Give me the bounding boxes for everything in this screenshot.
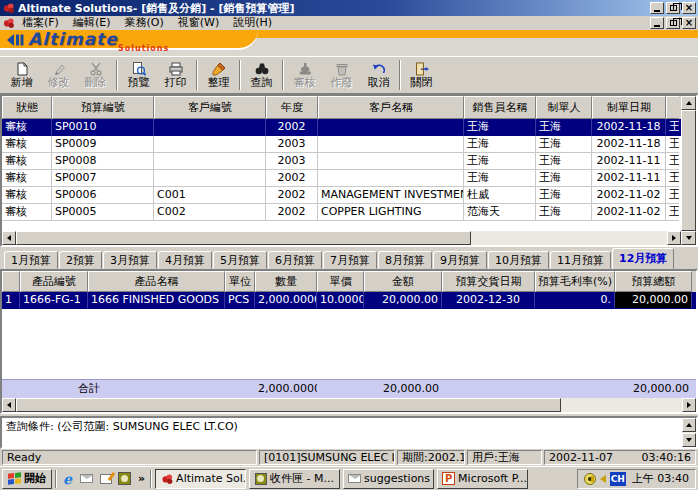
column-header-margin: 預算毛利率(%) [535,271,615,292]
tab-month-11[interactable]: 11月預算 [550,251,611,269]
scroll-left-button[interactable] [2,231,16,245]
scroll-left-button[interactable] [2,398,16,412]
taskbar-item-suggestions[interactable]: suggestions ... [343,469,434,489]
table-row[interactable]: 審核SP00072002王海王海2002-11-11王 [2,170,681,187]
scroll-right-button[interactable] [682,398,696,412]
tab-month-1[interactable]: 1月預算 [4,251,58,269]
tab-month-12[interactable]: 12月預算 [612,248,674,269]
table-row[interactable]: 審核SP00092003王海王海2002-11-18王 [2,136,681,153]
totals-amount: 20,000.00 [364,380,442,398]
outlook-icon[interactable] [117,471,132,486]
scroll-up-button[interactable] [682,418,696,432]
table-row[interactable]: 1 1666-FG-1 1666 FINISHED GOODS PCS 2,00… [2,292,696,309]
mdi-child-icon[interactable] [2,17,15,29]
scroll-down-button[interactable] [682,433,696,447]
brand-banner: Altimate Solutions [0,30,698,56]
app-logo-icon [2,2,15,14]
table-row[interactable]: 審核SP0006C0012002MANAGEMENT INVESTMENT & … [2,187,681,204]
master-vertical-scrollbar[interactable] [681,96,696,245]
tab-month-7[interactable]: 7月預算 [323,251,377,269]
outlook-express-icon[interactable] [79,471,94,486]
table-row[interactable]: 審核SP00082003王海王海2002-11-11王 [2,153,681,170]
menu-file[interactable]: 檔案(F) [15,16,66,30]
minimize-button[interactable] [650,2,664,14]
master-horizontal-scrollbar[interactable] [2,231,681,245]
column-header-unit: 單位 [225,271,255,292]
child-close-button[interactable]: × [682,17,696,29]
tab-month-8[interactable]: 8月預算 [378,251,432,269]
quick-launch-more-button[interactable]: » [136,472,147,485]
focused-cell[interactable]: 20,000.00 [615,292,692,309]
column-header-amount: 金額 [364,271,442,292]
preview-button[interactable]: 預覽 [120,58,157,92]
menu-help[interactable]: 說明(H) [226,16,279,30]
input-language-badge[interactable]: CH [610,472,626,486]
sound-wave-icon[interactable] [584,473,596,485]
volume-icon[interactable] [600,475,606,483]
trash-icon [335,62,349,76]
query-button[interactable]: 查詢 [243,58,280,92]
child-minimize-button[interactable] [650,17,664,29]
tab-month-5[interactable]: 5月預算 [213,251,267,269]
start-button[interactable]: 開始 [2,469,52,489]
cancel-button[interactable]: 取消 [360,58,397,92]
altimate-icon [160,472,173,485]
status-time: 03:40:16 [642,451,691,464]
query-condition-panel: 查詢條件: (公司范圍: SUMSUNG ELEC LT.CO) [0,416,698,449]
detail-header: 產品編號 產品名稱 單位 數量 單價 金額 預算交貨日期 預算毛利率(%) 預算… [2,271,696,292]
clock[interactable]: 上午 03:40 [630,471,689,486]
title-bar: Altimate Solutions- [銷售及分銷] - [銷售預算管理] × [0,0,698,16]
scroll-up-button[interactable] [681,96,696,110]
tab-month-2[interactable]: 2預算 [59,251,102,269]
print-button[interactable]: 打印 [157,58,194,92]
scrollbar-thumb[interactable] [16,231,471,245]
column-header-product-no: 產品編號 [20,271,88,292]
taskbar: 開始 e » Altimate Sol... 收件匣 - M... sugges… [0,466,698,490]
status-user: 用戶:王海 [467,450,542,465]
scrollbar-thumb[interactable] [681,110,696,231]
taskbar-item-inbox[interactable]: 收件匣 - M... [249,469,340,489]
internet-explorer-icon[interactable]: e [60,471,75,486]
close-button[interactable]: × [682,2,696,14]
toolbar-separator [282,60,284,90]
tab-month-4[interactable]: 4月預算 [158,251,212,269]
toolbar: 新增 修改 刪除 預覽 打印 整理 查詢 [0,56,698,94]
table-row[interactable]: 審核SP00102002王海王海2002-11-18王 [2,119,681,136]
tab-month-6[interactable]: 6月預算 [268,251,322,269]
column-header-price: 單價 [317,271,364,292]
column-header-preparer: 制單人 [536,96,592,119]
close-window-button[interactable]: 關閉 [403,58,440,92]
status-date: 2002-11-07 [549,451,613,464]
restore-button[interactable] [666,2,680,14]
mail-icon [348,472,361,485]
query-scrollbar[interactable] [682,418,696,447]
brand-name: Altimate [28,30,118,49]
windows-flag-icon [8,472,21,484]
tab-month-9[interactable]: 9月預算 [433,251,487,269]
scrollbar-thumb[interactable] [16,398,561,412]
show-desktop-icon[interactable] [98,471,113,486]
menu-business[interactable]: 業務(O) [117,16,170,30]
detail-horizontal-scrollbar[interactable] [2,398,696,412]
application-window: Altimate Solutions- [銷售及分銷] - [銷售預算管理] ×… [0,0,698,490]
child-restore-button[interactable] [666,17,680,29]
menu-edit[interactable]: 編輯(E) [66,16,118,30]
new-button[interactable]: 新增 [3,58,40,92]
organize-button[interactable]: 整理 [200,58,237,92]
budget-detail-grid: 產品編號 產品名稱 單位 數量 單價 金額 預算交貨日期 預算毛利率(%) 預算… [0,269,698,414]
edit-button: 修改 [40,58,77,92]
menu-window[interactable]: 視窗(W) [171,16,226,30]
void-button: 作廢 [323,58,360,92]
totals-qty: 2,000.0000 [255,380,317,398]
window-title: Altimate Solutions- [銷售及分銷] - [銷售預算管理] [18,1,650,16]
new-document-icon [15,62,29,76]
taskbar-item-powerpoint[interactable]: P Microsoft P... [437,469,528,489]
scroll-right-button[interactable] [667,231,681,245]
column-header-rownum [2,271,20,292]
audit-button: 審核 [286,58,323,92]
scroll-down-button[interactable] [681,231,696,245]
table-row[interactable]: 審核SP0005C0022002COPPER LIGHTING范海天王海2002… [2,204,681,221]
taskbar-item-altimate[interactable]: Altimate Sol... [155,469,246,489]
tab-month-10[interactable]: 10月預算 [488,251,549,269]
tab-month-3[interactable]: 3月預算 [103,251,157,269]
